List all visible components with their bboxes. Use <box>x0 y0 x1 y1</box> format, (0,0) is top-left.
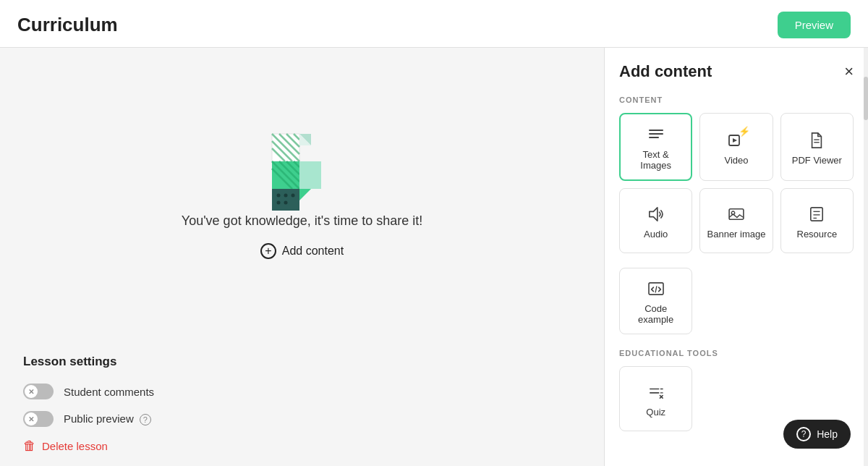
svg-marker-22 <box>299 189 311 200</box>
text-images-icon <box>648 126 664 143</box>
svg-point-21 <box>284 200 287 204</box>
toggle-knob-2: ✕ <box>25 412 38 425</box>
text-images-label: Text & Images <box>626 149 685 171</box>
content-section-label: CONTENT <box>619 96 854 104</box>
code-example-icon <box>648 280 664 297</box>
help-button[interactable]: ? Help <box>783 420 851 449</box>
help-icon[interactable]: ? <box>140 414 151 425</box>
svg-marker-30 <box>649 207 657 220</box>
video-icon: ⚡ <box>728 132 744 149</box>
svg-rect-31 <box>729 208 744 219</box>
content-card-banner-image[interactable]: Banner image <box>699 188 773 253</box>
delete-lesson-button[interactable]: 🗑 Delete lesson <box>23 439 108 454</box>
scrollbar-thumb <box>864 77 868 120</box>
main-layout: You've got knowledge, it's time to share… <box>0 48 868 466</box>
right-panel: Add content × CONTENT Text & Images <box>604 48 868 466</box>
svg-point-20 <box>276 200 280 204</box>
lightning-icon: ⚡ <box>739 126 750 137</box>
page-title: Curriculum <box>17 14 118 36</box>
student-comments-toggle[interactable]: ✕ <box>23 384 54 399</box>
content-card-text-images[interactable]: Text & Images <box>619 113 692 181</box>
pdf-icon <box>809 132 824 149</box>
content-card-code-example[interactable]: Code example <box>619 268 692 334</box>
content-card-pdf-viewer[interactable]: PDF Viewer <box>780 113 854 181</box>
content-card-audio[interactable]: Audio <box>619 188 692 253</box>
banner-image-icon <box>728 206 744 223</box>
preview-button[interactable]: Preview <box>778 12 851 38</box>
panel-header: Add content × <box>619 62 854 81</box>
svg-point-17 <box>276 193 280 197</box>
pdf-viewer-label: PDF Viewer <box>792 155 842 166</box>
toggle-knob: ✕ <box>25 385 38 398</box>
svg-rect-15 <box>299 161 321 189</box>
content-grid: Text & Images ⚡ Video <box>619 113 854 253</box>
scrollbar-track[interactable] <box>864 48 868 466</box>
empty-state-illustration <box>266 127 339 213</box>
banner-image-label: Banner image <box>707 229 766 240</box>
resource-label: Resource <box>797 229 838 240</box>
add-content-label: Add content <box>282 245 344 258</box>
video-label: Video <box>724 155 748 166</box>
code-example-label: Code example <box>626 303 686 325</box>
delete-label: Delete lesson <box>42 440 108 452</box>
student-comments-row: ✕ Student comments <box>23 384 581 399</box>
educational-tools-section-label: EDUCATIONAL TOOLS <box>619 349 854 357</box>
svg-marker-27 <box>733 138 737 143</box>
content-card-video[interactable]: ⚡ Video <box>699 113 773 181</box>
quiz-label: Quiz <box>646 407 665 418</box>
svg-rect-16 <box>272 189 299 211</box>
empty-state-text: You've got knowledge, it's time to share… <box>182 213 422 229</box>
content-card-quiz[interactable]: Quiz <box>619 366 692 431</box>
audio-icon <box>648 206 664 223</box>
panel-title: Add content <box>619 62 712 81</box>
svg-point-19 <box>291 193 294 197</box>
quiz-icon <box>648 384 664 401</box>
audio-label: Audio <box>644 229 668 240</box>
content-card-resource[interactable]: Resource <box>780 188 854 253</box>
close-panel-button[interactable]: × <box>844 64 854 80</box>
help-label: Help <box>817 428 838 440</box>
help-circle-icon: ? <box>796 427 811 441</box>
public-preview-label: Public preview ? <box>64 412 151 425</box>
app-header: Curriculum Preview <box>0 0 868 48</box>
svg-rect-33 <box>811 207 822 220</box>
add-circle-icon: + <box>260 243 276 259</box>
add-content-button[interactable]: + Add content <box>260 243 344 259</box>
code-example-row: Code example <box>619 268 854 334</box>
content-area: You've got knowledge, it's time to share… <box>0 48 604 337</box>
lesson-settings: Lesson settings ✕ Student comments ✕ Pub… <box>0 337 604 466</box>
svg-point-18 <box>284 193 287 197</box>
student-comments-label: Student comments <box>64 386 154 398</box>
lesson-settings-title: Lesson settings <box>23 355 581 369</box>
public-preview-row: ✕ Public preview ? <box>23 411 581 427</box>
left-panel: You've got knowledge, it's time to share… <box>0 48 604 466</box>
public-preview-toggle[interactable]: ✕ <box>23 411 54 427</box>
svg-line-38 <box>655 286 657 292</box>
trash-icon: 🗑 <box>23 439 36 454</box>
resource-icon <box>809 206 824 223</box>
